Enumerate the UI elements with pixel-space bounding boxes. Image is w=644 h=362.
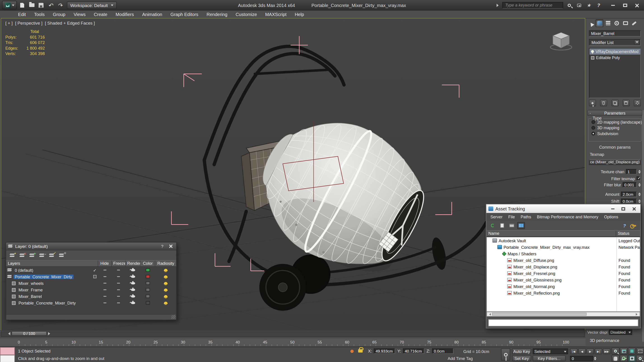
configure-modifier-sets-button[interactable] (634, 100, 641, 106)
key-filters-button[interactable]: Key Filters... (533, 356, 566, 361)
create-new-layer-button[interactable] (9, 252, 16, 258)
asset-minimize-button[interactable] (608, 205, 617, 212)
radiosity-cell[interactable] (155, 282, 176, 284)
menu-item[interactable]: Help (290, 11, 308, 17)
layer-column-header[interactable]: Render (126, 261, 141, 266)
layer-row[interactable]: Mixer_Barrel (6, 293, 176, 300)
workspace-dropdown[interactable]: Workspace: Default (67, 1, 117, 9)
redo-button[interactable] (56, 1, 64, 9)
pin-stack-button[interactable] (589, 100, 596, 106)
panel-scrollbar[interactable] (642, 110, 644, 342)
modifier-stack-item[interactable]: Editable Poly (589, 54, 640, 61)
selection-lock-icon[interactable] (358, 349, 363, 353)
hide-cell[interactable] (98, 303, 112, 303)
color-cell[interactable] (141, 288, 155, 291)
column-divider[interactable] (616, 237, 617, 312)
filter-blur-spinner[interactable] (638, 182, 641, 188)
object-name-field[interactable]: Mixer_Barrel (589, 30, 640, 36)
maxscript-mini-listener[interactable] (0, 355, 15, 362)
asset-maximize-button[interactable] (619, 205, 628, 212)
z-coordinate-field[interactable]: 0.0cm (432, 349, 454, 354)
color-cell[interactable] (141, 282, 155, 285)
zoom-extents-button[interactable] (628, 348, 636, 355)
remove-modifier-button[interactable] (622, 100, 630, 106)
previous-frame-arrow-icon[interactable] (6, 332, 10, 335)
asset-menu-item[interactable]: Options (601, 214, 621, 220)
radiosity-cell[interactable] (155, 269, 176, 271)
modifier-stack-item[interactable]: VRayDisplacementMod (589, 48, 640, 54)
texmap-button[interactable]: ce (Mixer_old_Displace.png) (589, 159, 640, 165)
key-filter-selected-dropdown[interactable]: Selected (533, 349, 568, 354)
menu-item[interactable]: Modifiers (112, 11, 138, 17)
hide-cell[interactable] (98, 289, 112, 290)
filter-blur-field[interactable]: 0.001 (623, 182, 637, 187)
viewport-label-part[interactable]: [ Shaded + Edged Faces ] (45, 20, 95, 25)
asset-menu-item[interactable]: Paths (518, 214, 534, 220)
tab-modify[interactable] (596, 19, 603, 27)
render-cell[interactable] (126, 295, 141, 298)
amount-field[interactable]: 2.0cm (621, 191, 636, 197)
menu-item[interactable]: Create (90, 11, 111, 17)
favorites-button[interactable] (585, 1, 593, 9)
name-column-header[interactable]: Name (486, 231, 616, 236)
freeze-cell[interactable] (112, 270, 126, 270)
time-slider-track[interactable] (1, 332, 585, 337)
zoom-region-button[interactable] (636, 348, 644, 355)
asset-menu-item[interactable]: Bitmap Performance and Memory (534, 214, 601, 220)
save-file-button[interactable] (37, 1, 45, 9)
render-cell[interactable] (126, 275, 141, 278)
delete-layer-button[interactable] (19, 252, 26, 258)
shift-spinner[interactable] (638, 198, 641, 204)
layer-column-header[interactable]: Layers (6, 261, 98, 266)
set-keys-button[interactable] (501, 349, 510, 361)
asset-menu-item[interactable]: File (506, 214, 518, 220)
hide-cell[interactable] (98, 296, 112, 297)
close-button[interactable] (631, 1, 643, 9)
search-button[interactable] (565, 1, 573, 9)
asset-row[interactable]: Maps / Shaders (487, 250, 640, 257)
freeze-cell[interactable] (112, 289, 126, 290)
asset-menu-item[interactable]: Server (488, 214, 506, 220)
layer-row[interactable]: Mixer_Frame (6, 287, 176, 293)
next-frame-arrow-icon[interactable] (48, 332, 52, 335)
asset-close-button[interactable] (630, 205, 638, 212)
menu-item[interactable]: Tools (30, 11, 49, 17)
color-cell[interactable] (141, 301, 155, 305)
menu-item[interactable]: Customize (232, 11, 261, 17)
maximize-viewport-button[interactable] (628, 355, 636, 362)
layer-row[interactable]: Portable_Concrete_Mixer_Dirty (6, 300, 176, 306)
texture-channel-field[interactable]: 1 (626, 169, 636, 174)
scrollbar-thumb[interactable] (492, 313, 587, 316)
asset-help-button[interactable] (620, 222, 628, 229)
layer-column-header[interactable]: Color (141, 261, 155, 266)
tab-display[interactable] (622, 19, 629, 27)
show-end-result-button[interactable] (600, 100, 607, 106)
add-time-tag[interactable]: Add Time Tag (448, 356, 473, 361)
layer-dialog-titlebar[interactable]: Layer: 0 (default) ? (6, 243, 176, 250)
table-view-button[interactable] (508, 222, 516, 229)
filter-texmap-checkbox[interactable] (636, 176, 640, 180)
render-cell[interactable] (126, 269, 141, 271)
menu-item[interactable]: Group (49, 11, 70, 17)
go-to-end-button[interactable]: ▶▶ (603, 349, 610, 354)
auto-key-button[interactable]: Auto Key (512, 349, 531, 354)
application-menu-button[interactable] (2, 1, 17, 9)
render-cell[interactable] (126, 302, 141, 304)
color-cell[interactable] (141, 295, 155, 298)
layer-dialog-close-button[interactable] (168, 243, 174, 249)
layer-row[interactable]: Mixer_wheels (6, 280, 176, 287)
minimize-button[interactable] (607, 1, 619, 9)
asset-login-button[interactable] (630, 222, 638, 229)
time-slider-handle[interactable]: 0 / 100 (12, 331, 47, 336)
color-cell[interactable] (141, 275, 155, 278)
layer-dialog-help-button[interactable]: ? (159, 243, 166, 249)
asset-row[interactable]: Autodesk Vault Logged Out (487, 237, 640, 244)
tab-hierarchy[interactable] (604, 19, 612, 27)
freeze-cell[interactable] (112, 276, 126, 277)
play-button[interactable]: ▶ (586, 349, 594, 354)
viewcube[interactable] (548, 27, 574, 53)
undo-button[interactable] (46, 1, 55, 9)
freeze-cell[interactable] (112, 296, 126, 297)
amount-spinner[interactable] (638, 191, 641, 197)
type-radio-option[interactable]: Subdivision (588, 130, 641, 136)
